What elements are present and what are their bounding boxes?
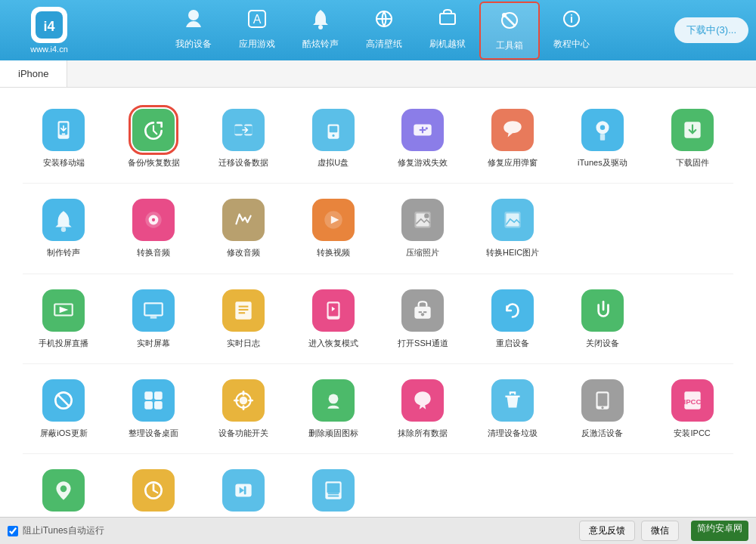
- shutdown-device-label: 关闭设备: [586, 338, 619, 348]
- tool-item-make-ringtone[interactable]: 制作铃声: [23, 193, 105, 264]
- download-firmware-icon: [671, 109, 714, 151]
- nav-item-my-device[interactable]: 我的设备: [162, 2, 225, 60]
- break-time-icon: [132, 469, 175, 512]
- tool-item-delete-stubborn[interactable]: 删除顽固图标: [292, 373, 374, 444]
- header-right: 下载中(3)...: [674, 17, 748, 43]
- svg-text:IPCC: IPCC: [683, 397, 701, 406]
- install-ipcc-label: 安装IPCC: [674, 428, 710, 438]
- convert-audio-icon: [132, 199, 175, 241]
- header: i4 www.i4.cn 我的设备A应用游戏酷炫铃声高清壁纸刷机越狱工具箱i教程…: [0, 0, 756, 60]
- download-button[interactable]: 下载中(3)...: [674, 17, 748, 43]
- ssh-tunnel-icon: [401, 289, 444, 332]
- tool-item-itunes-driver[interactable]: iTunes及驱动: [562, 103, 644, 174]
- virtual-udisk-label: 虚拟U盘: [318, 157, 349, 168]
- tool-item-organize-desktop[interactable]: 整理设备桌面: [113, 373, 195, 444]
- itunes-checkbox[interactable]: [8, 526, 18, 536]
- restart-device-icon: [491, 289, 534, 332]
- svg-point-75: [601, 406, 603, 409]
- skip-setup-icon: [222, 469, 265, 512]
- tool-item-shutdown-device[interactable]: 关闭设备: [562, 283, 644, 354]
- tool-item-restart-device[interactable]: 重启设备: [472, 283, 554, 354]
- svg-rect-61: [144, 391, 153, 400]
- tool-item-recovery-mode[interactable]: 进入恢复模式: [292, 283, 374, 354]
- nav-label-toolbox: 工具箱: [496, 39, 523, 52]
- nav-item-jailbreak[interactable]: 刷机越狱: [416, 2, 479, 60]
- nav-label-ringtone: 酷炫铃声: [302, 38, 339, 51]
- svg-point-5: [318, 25, 323, 29]
- footer-left: 阻止iTunes自动运行: [8, 524, 104, 537]
- clean-junk-label: 清理设备垃圾: [488, 428, 538, 438]
- real-screen-label: 实时屏幕: [137, 338, 170, 348]
- svg-point-71: [328, 394, 338, 403]
- ssh-tunnel-label: 打开SSH通道: [398, 338, 448, 348]
- nav-item-toolbox[interactable]: 工具箱: [479, 2, 540, 60]
- nav-item-app-game[interactable]: A应用游戏: [225, 2, 289, 60]
- nav-item-tutorial[interactable]: i教程中心: [540, 2, 603, 60]
- virtual-udisk-icon: [312, 109, 355, 151]
- tool-item-clean-junk[interactable]: 清理设备垃圾: [472, 373, 554, 444]
- row-separator-3: [23, 453, 733, 454]
- svg-line-60: [58, 394, 70, 406]
- backup-guide-icon: [312, 469, 355, 512]
- row-separator-0: [23, 183, 733, 184]
- feedback-button[interactable]: 意见反馈: [579, 521, 635, 541]
- convert-heic-label: 转换HEIC图片: [486, 247, 539, 258]
- tool-item-fix-popup[interactable]: 修复应用弹窗: [472, 103, 554, 174]
- tool-row-0: 安装移动端备份/恢复数据迁移设备数据虚拟U盘修复游戏失效修复应用弹窗iTunes…: [23, 103, 733, 174]
- fix-game-icon: [401, 109, 444, 151]
- tool-item-backup-guide[interactable]: 备份引导区数据: [292, 463, 374, 517]
- tool-item-real-screen[interactable]: 实时屏幕: [113, 283, 195, 354]
- install-app-icon: [42, 109, 85, 151]
- tool-item-convert-video[interactable]: 转换视频: [292, 193, 374, 264]
- tool-row-3: 屏蔽iOS更新整理设备桌面设备功能开关删除顽固图标抹除所有数据清理设备垃圾反激活…: [23, 373, 733, 444]
- svg-rect-29: [600, 134, 605, 141]
- tool-item-screen-cast[interactable]: 手机投屏直播: [23, 283, 105, 354]
- brand-badge: 简约安卓网: [691, 521, 748, 541]
- logo-url: www.i4.cn: [30, 45, 68, 54]
- tool-item-ssh-tunnel[interactable]: 打开SSH通道: [382, 283, 464, 354]
- app-game-icon: A: [246, 8, 268, 36]
- tool-item-edit-audio[interactable]: 修改音频: [203, 193, 285, 264]
- tool-item-download-firmware[interactable]: 下载固件: [651, 103, 733, 174]
- tool-item-skip-setup[interactable]: 跳过设置向导: [203, 463, 285, 517]
- svg-point-39: [425, 214, 429, 218]
- screen-cast-label: 手机投屏直播: [39, 338, 88, 348]
- tool-item-fix-game[interactable]: 修复游戏失效: [382, 103, 464, 174]
- nav-label-tutorial: 教程中心: [553, 38, 590, 51]
- jailbreak-icon: [436, 8, 459, 36]
- tool-item-deactivate[interactable]: 反激活设备: [562, 373, 644, 444]
- svg-line-81: [153, 490, 157, 493]
- tool-item-block-ios-update[interactable]: 屏蔽iOS更新: [23, 373, 105, 444]
- itunes-driver-icon: [581, 109, 624, 151]
- block-ios-update-icon: [42, 379, 85, 422]
- convert-heic-icon: [491, 199, 534, 241]
- tool-item-real-log[interactable]: 实时日志: [203, 283, 285, 354]
- real-screen-icon: [132, 289, 175, 332]
- iphone-tab[interactable]: iPhone: [0, 60, 67, 87]
- tool-item-virtual-location[interactable]: 虚拟定位: [23, 463, 105, 517]
- tool-item-compress-photo[interactable]: 压缩照片: [382, 193, 464, 264]
- tool-item-break-time[interactable]: 破解时间限额: [113, 463, 195, 517]
- virtual-location-icon: [42, 469, 85, 512]
- tool-item-install-ipcc[interactable]: IPCC安装IPCC: [651, 373, 733, 444]
- tool-item-migrate[interactable]: 迁移设备数据: [203, 103, 285, 174]
- row-separator-1: [23, 274, 733, 274]
- convert-video-label: 转换视频: [317, 247, 350, 258]
- tool-item-device-functions[interactable]: 设备功能开关: [203, 373, 285, 444]
- tool-row-2: 手机投屏直播实时屏幕实时日志进入恢复模式打开SSH通道重启设备关闭设备: [23, 283, 733, 354]
- svg-point-34: [152, 218, 155, 221]
- nav-item-wallpaper[interactable]: 高清壁纸: [352, 2, 416, 60]
- tool-item-convert-audio[interactable]: 转换音频: [113, 193, 195, 264]
- tool-item-convert-heic[interactable]: 转换HEIC图片: [472, 193, 554, 264]
- convert-audio-label: 转换音频: [137, 247, 170, 258]
- svg-text:A: A: [253, 13, 262, 26]
- deactivate-icon: [581, 379, 624, 422]
- nav-label-jailbreak: 刷机越狱: [429, 38, 466, 51]
- tool-item-virtual-udisk[interactable]: 虚拟U盘: [292, 103, 374, 174]
- nav-item-ringtone[interactable]: 酷炫铃声: [289, 2, 352, 60]
- tool-item-install-app[interactable]: 安装移动端: [23, 103, 105, 174]
- tool-item-backup-restore[interactable]: 备份/恢复数据: [113, 103, 195, 174]
- tool-item-erase-all[interactable]: 抹除所有数据: [382, 373, 464, 444]
- svg-point-57: [421, 313, 424, 316]
- wechat-button[interactable]: 微信: [641, 521, 679, 541]
